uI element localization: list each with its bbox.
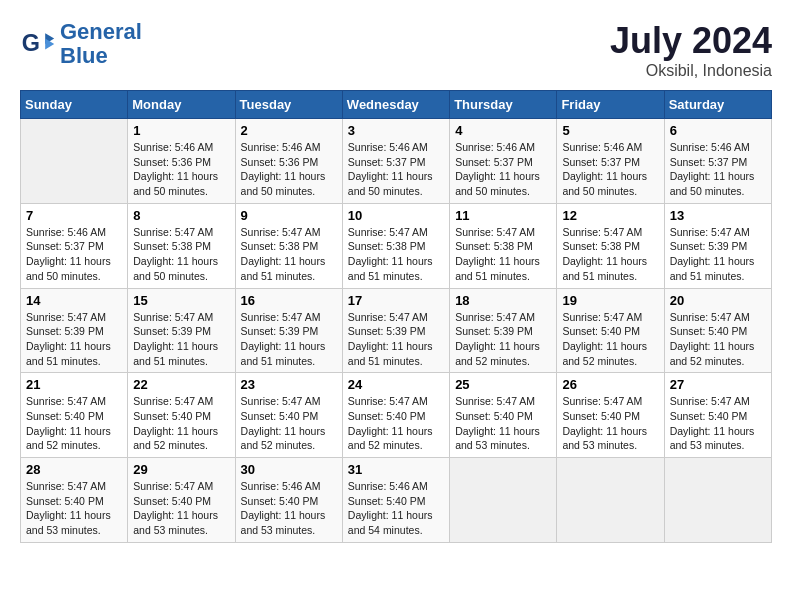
day-info: Sunrise: 5:47 AM Sunset: 5:38 PM Dayligh…: [241, 225, 337, 284]
day-number: 4: [455, 123, 551, 138]
day-info: Sunrise: 5:47 AM Sunset: 5:40 PM Dayligh…: [670, 394, 766, 453]
calendar-cell: 24Sunrise: 5:47 AM Sunset: 5:40 PM Dayli…: [342, 373, 449, 458]
calendar-title: July 2024: [610, 20, 772, 62]
day-info: Sunrise: 5:46 AM Sunset: 5:37 PM Dayligh…: [455, 140, 551, 199]
day-info: Sunrise: 5:46 AM Sunset: 5:36 PM Dayligh…: [241, 140, 337, 199]
header-day: Friday: [557, 91, 664, 119]
calendar-cell: 17Sunrise: 5:47 AM Sunset: 5:39 PM Dayli…: [342, 288, 449, 373]
svg-text:G: G: [22, 30, 40, 56]
calendar-cell: 9Sunrise: 5:47 AM Sunset: 5:38 PM Daylig…: [235, 203, 342, 288]
day-number: 31: [348, 462, 444, 477]
logo-icon: G: [20, 26, 56, 62]
day-number: 25: [455, 377, 551, 392]
day-info: Sunrise: 5:47 AM Sunset: 5:40 PM Dayligh…: [241, 394, 337, 453]
day-info: Sunrise: 5:47 AM Sunset: 5:38 PM Dayligh…: [348, 225, 444, 284]
day-info: Sunrise: 5:46 AM Sunset: 5:37 PM Dayligh…: [562, 140, 658, 199]
day-info: Sunrise: 5:47 AM Sunset: 5:40 PM Dayligh…: [26, 394, 122, 453]
calendar-cell: 10Sunrise: 5:47 AM Sunset: 5:38 PM Dayli…: [342, 203, 449, 288]
day-number: 17: [348, 293, 444, 308]
calendar-cell: 5Sunrise: 5:46 AM Sunset: 5:37 PM Daylig…: [557, 119, 664, 204]
calendar-cell: 21Sunrise: 5:47 AM Sunset: 5:40 PM Dayli…: [21, 373, 128, 458]
day-number: 6: [670, 123, 766, 138]
day-number: 2: [241, 123, 337, 138]
calendar-cell: 31Sunrise: 5:46 AM Sunset: 5:40 PM Dayli…: [342, 458, 449, 543]
day-info: Sunrise: 5:46 AM Sunset: 5:37 PM Dayligh…: [348, 140, 444, 199]
day-info: Sunrise: 5:47 AM Sunset: 5:38 PM Dayligh…: [562, 225, 658, 284]
day-number: 9: [241, 208, 337, 223]
calendar-cell: 15Sunrise: 5:47 AM Sunset: 5:39 PM Dayli…: [128, 288, 235, 373]
calendar-cell: 25Sunrise: 5:47 AM Sunset: 5:40 PM Dayli…: [450, 373, 557, 458]
day-number: 22: [133, 377, 229, 392]
day-info: Sunrise: 5:47 AM Sunset: 5:40 PM Dayligh…: [562, 310, 658, 369]
day-number: 18: [455, 293, 551, 308]
day-info: Sunrise: 5:47 AM Sunset: 5:38 PM Dayligh…: [455, 225, 551, 284]
header-day: Monday: [128, 91, 235, 119]
calendar-cell: 27Sunrise: 5:47 AM Sunset: 5:40 PM Dayli…: [664, 373, 771, 458]
calendar-cell: [21, 119, 128, 204]
day-number: 5: [562, 123, 658, 138]
calendar-table: SundayMondayTuesdayWednesdayThursdayFrid…: [20, 90, 772, 543]
day-number: 16: [241, 293, 337, 308]
header-day: Tuesday: [235, 91, 342, 119]
calendar-cell: 30Sunrise: 5:46 AM Sunset: 5:40 PM Dayli…: [235, 458, 342, 543]
calendar-cell: 2Sunrise: 5:46 AM Sunset: 5:36 PM Daylig…: [235, 119, 342, 204]
day-number: 12: [562, 208, 658, 223]
calendar-cell: [557, 458, 664, 543]
calendar-cell: 8Sunrise: 5:47 AM Sunset: 5:38 PM Daylig…: [128, 203, 235, 288]
calendar-cell: 13Sunrise: 5:47 AM Sunset: 5:39 PM Dayli…: [664, 203, 771, 288]
header-row: SundayMondayTuesdayWednesdayThursdayFrid…: [21, 91, 772, 119]
day-number: 3: [348, 123, 444, 138]
calendar-cell: 18Sunrise: 5:47 AM Sunset: 5:39 PM Dayli…: [450, 288, 557, 373]
day-number: 27: [670, 377, 766, 392]
day-info: Sunrise: 5:47 AM Sunset: 5:40 PM Dayligh…: [670, 310, 766, 369]
calendar-cell: 11Sunrise: 5:47 AM Sunset: 5:38 PM Dayli…: [450, 203, 557, 288]
calendar-week-row: 21Sunrise: 5:47 AM Sunset: 5:40 PM Dayli…: [21, 373, 772, 458]
day-info: Sunrise: 5:47 AM Sunset: 5:40 PM Dayligh…: [133, 479, 229, 538]
day-info: Sunrise: 5:46 AM Sunset: 5:37 PM Dayligh…: [670, 140, 766, 199]
calendar-week-row: 14Sunrise: 5:47 AM Sunset: 5:39 PM Dayli…: [21, 288, 772, 373]
logo-line1: General: [60, 19, 142, 44]
day-number: 24: [348, 377, 444, 392]
calendar-cell: 6Sunrise: 5:46 AM Sunset: 5:37 PM Daylig…: [664, 119, 771, 204]
calendar-body: 1Sunrise: 5:46 AM Sunset: 5:36 PM Daylig…: [21, 119, 772, 543]
calendar-week-row: 1Sunrise: 5:46 AM Sunset: 5:36 PM Daylig…: [21, 119, 772, 204]
calendar-cell: 7Sunrise: 5:46 AM Sunset: 5:37 PM Daylig…: [21, 203, 128, 288]
calendar-header: SundayMondayTuesdayWednesdayThursdayFrid…: [21, 91, 772, 119]
day-number: 7: [26, 208, 122, 223]
day-info: Sunrise: 5:47 AM Sunset: 5:39 PM Dayligh…: [133, 310, 229, 369]
header-day: Thursday: [450, 91, 557, 119]
calendar-cell: 16Sunrise: 5:47 AM Sunset: 5:39 PM Dayli…: [235, 288, 342, 373]
calendar-subtitle: Oksibil, Indonesia: [610, 62, 772, 80]
day-info: Sunrise: 5:47 AM Sunset: 5:39 PM Dayligh…: [670, 225, 766, 284]
calendar-week-row: 7Sunrise: 5:46 AM Sunset: 5:37 PM Daylig…: [21, 203, 772, 288]
calendar-week-row: 28Sunrise: 5:47 AM Sunset: 5:40 PM Dayli…: [21, 458, 772, 543]
calendar-cell: 22Sunrise: 5:47 AM Sunset: 5:40 PM Dayli…: [128, 373, 235, 458]
day-number: 1: [133, 123, 229, 138]
calendar-cell: 23Sunrise: 5:47 AM Sunset: 5:40 PM Dayli…: [235, 373, 342, 458]
calendar-cell: 1Sunrise: 5:46 AM Sunset: 5:36 PM Daylig…: [128, 119, 235, 204]
day-info: Sunrise: 5:47 AM Sunset: 5:40 PM Dayligh…: [455, 394, 551, 453]
day-info: Sunrise: 5:46 AM Sunset: 5:37 PM Dayligh…: [26, 225, 122, 284]
calendar-cell: 26Sunrise: 5:47 AM Sunset: 5:40 PM Dayli…: [557, 373, 664, 458]
day-info: Sunrise: 5:47 AM Sunset: 5:38 PM Dayligh…: [133, 225, 229, 284]
calendar-cell: 3Sunrise: 5:46 AM Sunset: 5:37 PM Daylig…: [342, 119, 449, 204]
calendar-cell: 28Sunrise: 5:47 AM Sunset: 5:40 PM Dayli…: [21, 458, 128, 543]
day-info: Sunrise: 5:46 AM Sunset: 5:36 PM Dayligh…: [133, 140, 229, 199]
header-day: Sunday: [21, 91, 128, 119]
calendar-cell: 20Sunrise: 5:47 AM Sunset: 5:40 PM Dayli…: [664, 288, 771, 373]
title-block: July 2024 Oksibil, Indonesia: [610, 20, 772, 80]
day-number: 30: [241, 462, 337, 477]
day-info: Sunrise: 5:47 AM Sunset: 5:39 PM Dayligh…: [26, 310, 122, 369]
day-info: Sunrise: 5:47 AM Sunset: 5:40 PM Dayligh…: [133, 394, 229, 453]
logo: G General Blue: [20, 20, 142, 68]
day-number: 21: [26, 377, 122, 392]
header-day: Saturday: [664, 91, 771, 119]
day-number: 28: [26, 462, 122, 477]
logo-line2: Blue: [60, 43, 108, 68]
page-header: G General Blue July 2024 Oksibil, Indone…: [20, 20, 772, 80]
day-number: 10: [348, 208, 444, 223]
calendar-cell: 12Sunrise: 5:47 AM Sunset: 5:38 PM Dayli…: [557, 203, 664, 288]
logo-text: General Blue: [60, 20, 142, 68]
day-number: 15: [133, 293, 229, 308]
day-info: Sunrise: 5:47 AM Sunset: 5:39 PM Dayligh…: [241, 310, 337, 369]
